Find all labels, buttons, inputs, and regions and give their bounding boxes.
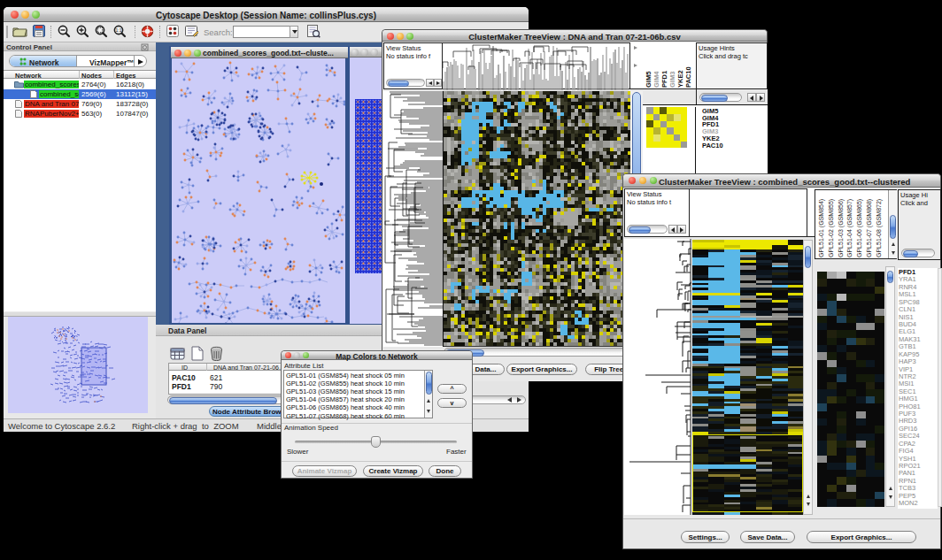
svg-text:1:1: 1:1 [116,27,122,33]
